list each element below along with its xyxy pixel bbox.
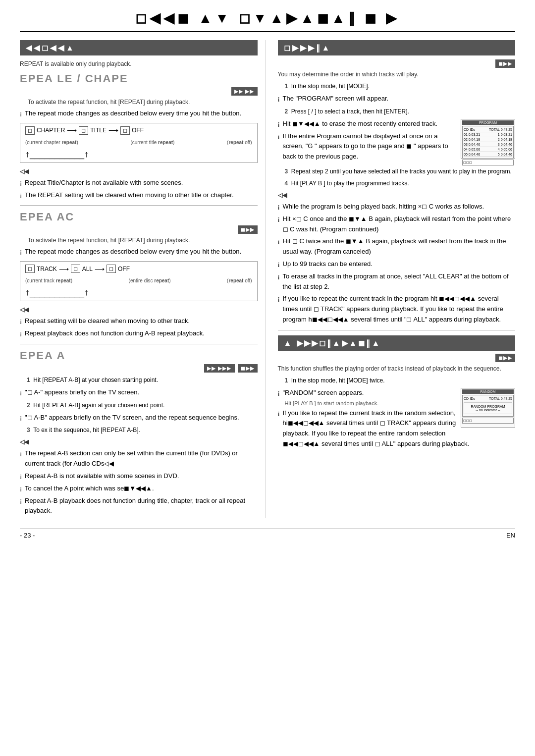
program-bullet5: Hit ◻ C twice and the ◼▼▲ B again, playb… — [278, 236, 516, 257]
random-intro: This function shuffles the playing order… — [278, 364, 516, 373]
chapter-icon: ▶▶ ▶▶ — [231, 87, 257, 96]
program-header-symbols: ◻▶▶▶‖▲ — [284, 43, 332, 53]
random-screen-area: RANDOM CD-IDs TOTAL 0:47:25 RANDOM PROGR… — [278, 388, 516, 451]
left-column: ◀◀◻◀◀▲ REPEAT is available only during p… — [20, 40, 266, 518]
random-section-header: ▲ ▶▶▶◻‖▲▶▲◼‖▲ — [278, 335, 516, 351]
ab-icon1: ▶▶ ▶▶▶ — [204, 364, 234, 373]
repeat-header-symbols: ◀◀◻◀◀▲ — [26, 43, 76, 53]
ab-step1: 1 Hit [REPEAT A-B] at your chosen starti… — [20, 376, 258, 384]
program-icon: ◼▶▶ — [495, 59, 515, 68]
random-header-symbols: ▲ ▶▶▶◻‖▲▶▲◼‖▲ — [284, 339, 381, 347]
title-icon-box: ◻ — [79, 126, 88, 135]
track-note: To activate the repeat function, hit [RE… — [20, 236, 258, 245]
track-title: EPEA AC — [20, 211, 258, 223]
chapter-bullet3: The REPEAT setting will be cleared when … — [20, 190, 258, 201]
ab-da: ◁◀ — [20, 437, 258, 446]
random-bullet2: If you like to repeat the current track … — [278, 408, 516, 449]
ab-bullet3: The repeat A-B section can only be set w… — [20, 448, 258, 469]
ab-bullet6: Repeat A-B playback does not function du… — [20, 496, 258, 517]
chapter-diagram: ◻ CHAPTER ⟶ ◻ TITLE ⟶ ◻ OFF (current cha… — [20, 123, 258, 163]
chapter-arrow-back: ↑___________↑ — [25, 149, 55, 160]
program-step3: 3 Repeat step 2 until you have selected … — [278, 167, 516, 176]
ab-step3: 3 To ex it the sequence, hit [REPEAT A-B… — [20, 426, 258, 434]
chapter-title: EPEA LE / CHAPE — [20, 72, 258, 85]
program-bullet2: If the entire Program cannot be displaye… — [278, 131, 516, 162]
program-bullet8: If you like to repeat the current track … — [278, 294, 516, 324]
track-bullet2: Repeat setting will be cleared when movi… — [20, 316, 258, 326]
program-bullet6: Up to 99 tracks can be entered. — [278, 259, 516, 270]
divider3 — [278, 330, 516, 330]
track-da: ◁◀ — [20, 305, 258, 314]
ab-bullet5: To cancel the A point which was se◼▼◀◀▲. — [20, 484, 258, 494]
chapter-bullet2: Repeat Title/Chapter is not available wi… — [20, 178, 258, 188]
ab-step2: 2 Hit [REPEAT A-B] again at your chosen … — [20, 401, 258, 410]
program-bullet4: Hit ×◻ C once and the ◼▼▲ B again, playb… — [278, 214, 516, 235]
program-intro: You may determine the order in which tra… — [278, 70, 516, 79]
random-step1: 1 In the stop mode, hit [MODE] twice. — [278, 376, 516, 385]
program-screen-area: PROGRAM CD-IDs TOTAL 0:47:25 01 0:03:211… — [278, 119, 516, 164]
chapter-bullet1: The repeat mode changes as described bel… — [20, 108, 258, 119]
divider1 — [20, 205, 258, 206]
program-section-header: ◻▶▶▶‖▲ — [278, 40, 516, 55]
program-da: ◁◀ — [278, 191, 516, 200]
track-arrow-back: ↑___________↑ — [25, 287, 55, 298]
language-indicator: EN — [506, 532, 515, 539]
track-icon: ◼▶▶ — [238, 225, 258, 234]
page-wrapper: ◻◀◀◼ ▲▼ ◻▼▲▶▲◼▲‖ ◼ ▶ ◀◀◻◀◀▲ REPEAT is av… — [20, 10, 515, 539]
program-step1: 1 In the stop mode, hit [MODE]. — [278, 82, 516, 91]
ab-title: EPEA A — [20, 349, 258, 362]
page-header: ◻◀◀◼ ▲▼ ◻▼▲▶▲◼▲‖ ◼ ▶ — [20, 10, 515, 32]
track-diagram: ◻ TRACK ⟶ ◻ ALL ⟶ ◻ OFF (current track r… — [20, 261, 258, 301]
off-icon-box: ◻ — [120, 126, 130, 135]
ab-bullet1: "◻ A-" appears briefly on the TV screen. — [20, 387, 258, 398]
header-symbols: ◻◀◀◼ ▲▼ ◻▼▲▶▲◼▲‖ ◼ ▶ — [135, 10, 400, 26]
all-icon-box: ◻ — [71, 265, 80, 273]
ab-icon2: ◼▶▶ — [238, 364, 258, 373]
random-icon: ◼▶▶ — [495, 354, 515, 362]
right-column: ◻▶▶▶‖▲ ◼▶▶ You may determine the order i… — [276, 40, 516, 518]
chapter-da: ◁◀ — [20, 167, 258, 176]
page-footer: - 23 - EN — [20, 528, 515, 539]
main-content: ◀◀◻◀◀▲ REPEAT is available only during p… — [20, 40, 515, 518]
program-bullet1: Hit ◼▼◀◀▲ to erase the most recently ent… — [278, 119, 516, 129]
track-icon-box: ◻ — [25, 265, 35, 273]
repeat-available-text: REPEAT is available only during playback… — [20, 59, 258, 68]
track-bullet1: The repeat mode changes as described bel… — [20, 247, 258, 257]
program-step2: 2 Press [ / ] to select a track, then hi… — [278, 107, 516, 116]
track-off-icon-box: ◻ — [107, 265, 116, 273]
chapter-note: To activate the repeat function, hit [RE… — [20, 98, 258, 107]
chapter-icon-box: ◻ — [25, 126, 35, 135]
program-step1-bullet: The "PROGRAM" screen will appear. — [278, 94, 516, 104]
ab-bullet2: "◻ A-B" appears briefly on the TV screen… — [20, 413, 258, 423]
ab-bullet4: Repeat A-B is not available with some sc… — [20, 471, 258, 482]
random-bullet1: "RANDOM" screen appears. — [278, 388, 516, 398]
program-bullet7: To erase all tracks in the program at on… — [278, 271, 516, 292]
program-step4: 4 Hit [PLAY B ] to play the programmed t… — [278, 179, 516, 188]
divider2 — [20, 344, 258, 344]
track-bullet3: Repeat playback does not function during… — [20, 328, 258, 339]
page-number: - 23 - — [20, 532, 35, 539]
repeat-section-header: ◀◀◻◀◀▲ — [20, 40, 258, 55]
program-bullet3: While the program is being played back, … — [278, 202, 516, 212]
